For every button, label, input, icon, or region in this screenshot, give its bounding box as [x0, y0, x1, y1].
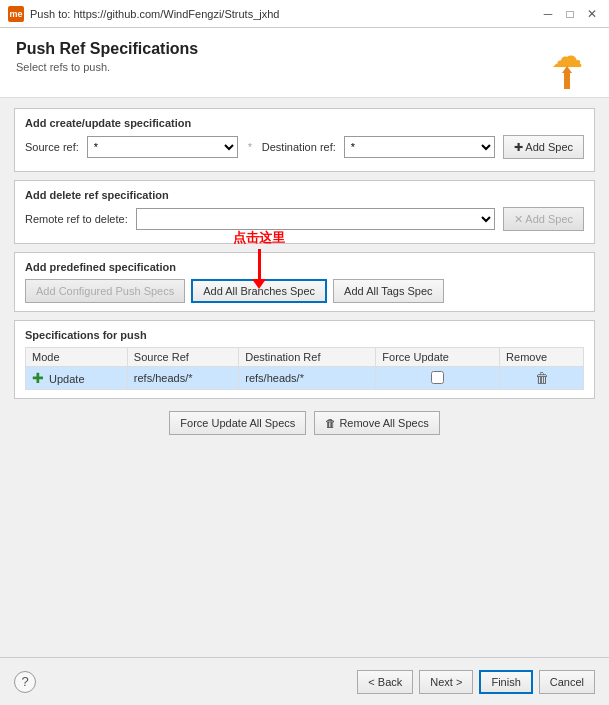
star-label-1: *: [246, 142, 254, 153]
remote-ref-select[interactable]: [136, 208, 495, 230]
delete-ref-form-row: Remote ref to delete: ✕ Add Spec: [25, 207, 584, 231]
add-spec-icon: ✚: [514, 141, 523, 153]
predefined-title: Add predefined specification: [25, 261, 584, 273]
cell-source-ref: refs/heads/*: [127, 367, 238, 390]
next-button[interactable]: Next >: [419, 670, 473, 694]
page-title: Push Ref Specifications: [16, 40, 198, 58]
col-mode: Mode: [26, 348, 128, 367]
body: Add create/update specification Source r…: [0, 98, 609, 657]
bottom-actions: Force Update All Specs 🗑 Remove All Spec…: [14, 407, 595, 439]
maximize-button[interactable]: □: [561, 5, 579, 23]
spec-table-section: Specifications for push Mode Source Ref …: [14, 320, 595, 399]
add-all-branches-spec-button[interactable]: Add All Branches Spec: [191, 279, 327, 303]
add-configured-push-specs-button[interactable]: Add Configured Push Specs: [25, 279, 185, 303]
back-button[interactable]: < Back: [357, 670, 413, 694]
predefined-buttons: Add Configured Push Specs 点击这里 Add All B…: [25, 279, 584, 303]
footer-right: < Back Next > Finish Cancel: [357, 670, 595, 694]
spec-table-title: Specifications for push: [25, 329, 584, 341]
delete-spec-icon: ✕: [514, 213, 523, 225]
create-update-form-row: Source ref: * * Destination ref: * ✚ Add…: [25, 135, 584, 159]
cell-mode: ✚ Update: [26, 367, 128, 390]
dest-ref-select[interactable]: *: [344, 136, 495, 158]
cloud-icon-container: ☁: [551, 40, 583, 89]
cell-remove[interactable]: 🗑: [500, 367, 584, 390]
remove-all-icon: 🗑: [325, 417, 336, 429]
app-icon: me: [8, 6, 24, 22]
add-spec-button-delete[interactable]: ✕ Add Spec: [503, 207, 584, 231]
col-force-update: Force Update: [376, 348, 500, 367]
minimize-button[interactable]: ─: [539, 5, 557, 23]
cell-dest-ref: refs/heads/*: [239, 367, 376, 390]
title-bar-controls: ─ □ ✕: [539, 5, 601, 23]
delete-ref-title: Add delete ref specification: [25, 189, 584, 201]
main-content: Add create/update specification Source r…: [0, 98, 609, 657]
remove-all-specs-button[interactable]: 🗑 Remove All Specs: [314, 411, 439, 435]
arrow-up-icon: [562, 66, 572, 73]
col-source-ref: Source Ref: [127, 348, 238, 367]
force-update-checkbox[interactable]: [431, 371, 444, 384]
cancel-button[interactable]: Cancel: [539, 670, 595, 694]
remote-ref-label: Remote ref to delete:: [25, 213, 128, 225]
help-button[interactable]: ?: [14, 671, 36, 693]
predefined-section: Add predefined specification Add Configu…: [14, 252, 595, 312]
table-row: ✚ Update refs/heads/* refs/heads/* 🗑: [26, 367, 584, 390]
delete-ref-section: Add delete ref specification Remote ref …: [14, 180, 595, 244]
cell-force-update[interactable]: [376, 367, 500, 390]
mode-icon: ✚: [32, 370, 44, 386]
finish-button[interactable]: Finish: [479, 670, 532, 694]
table-header-row: Mode Source Ref Destination Ref Force Up…: [26, 348, 584, 367]
annotation-wrapper: 点击这里 Add All Branches Spec: [191, 279, 327, 303]
close-button[interactable]: ✕: [583, 5, 601, 23]
source-ref-label: Source ref:: [25, 141, 79, 153]
add-all-tags-spec-button[interactable]: Add All Tags Spec: [333, 279, 443, 303]
col-remove: Remove: [500, 348, 584, 367]
arrow-shaft: [564, 73, 570, 89]
spec-table: Mode Source Ref Destination Ref Force Up…: [25, 347, 584, 390]
page-subtitle: Select refs to push.: [16, 61, 198, 73]
footer: ? < Back Next > Finish Cancel: [0, 657, 609, 705]
header-left: Push Ref Specifications Select refs to p…: [16, 40, 198, 73]
title-bar-text: Push to: https://github.com/WindFengzi/S…: [30, 8, 539, 20]
source-ref-select[interactable]: *: [87, 136, 238, 158]
title-bar: me Push to: https://github.com/WindFengz…: [0, 0, 609, 28]
create-update-section: Add create/update specification Source r…: [14, 108, 595, 172]
add-spec-button-create[interactable]: ✚ Add Spec: [503, 135, 584, 159]
delete-row-button[interactable]: 🗑: [535, 370, 549, 386]
create-update-title: Add create/update specification: [25, 117, 584, 129]
dest-ref-label: Destination ref:: [262, 141, 336, 153]
page-header: Push Ref Specifications Select refs to p…: [0, 28, 609, 98]
col-dest-ref: Destination Ref: [239, 348, 376, 367]
footer-left: ?: [14, 671, 36, 693]
force-update-all-specs-button[interactable]: Force Update All Specs: [169, 411, 306, 435]
